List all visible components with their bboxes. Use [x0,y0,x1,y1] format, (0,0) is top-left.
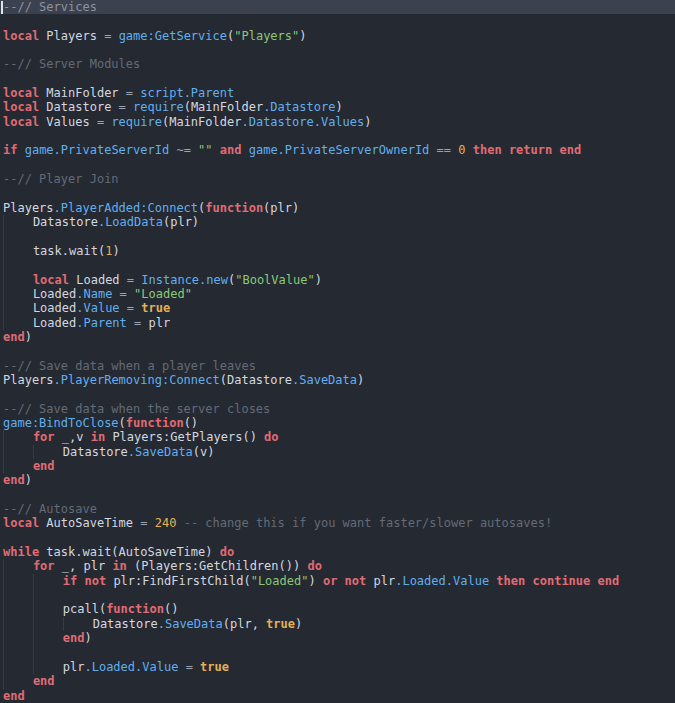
code-token: = [127,301,134,315]
code-line[interactable] [0,344,675,358]
code-token: require [133,100,184,114]
code-token [213,143,220,157]
code-token: true [266,617,295,631]
code-token [17,143,24,157]
code-token: .SaveData [158,617,223,631]
code-token: ) [364,115,371,129]
code-token: "Loaded" [134,287,192,301]
code-token: (plr, [223,617,266,631]
code-line[interactable] [0,72,675,86]
code-line[interactable]: local Datastore = require(MainFolder.Dat… [0,100,675,114]
code-token: ) [25,473,32,487]
code-token: "" [198,143,212,157]
code-line[interactable]: plr.Loaded.Value = true [0,660,675,674]
code-line[interactable]: local Players = game:GetService("Players… [0,29,675,43]
code-token: in [112,559,126,573]
code-line[interactable]: --// Save data when a player leaves [0,359,675,373]
code-line[interactable] [0,43,675,57]
code-token: for [33,430,55,444]
code-line[interactable] [0,158,675,172]
code-token: plr:FindFirstChild( [106,574,251,588]
code-line[interactable]: --// Autosave [0,502,675,516]
code-line[interactable]: local Values = require(MainFolder.Datast… [0,115,675,129]
code-token: end [3,473,25,487]
code-line[interactable]: Datastore.SaveData(plr, true) [0,617,675,631]
code-token [112,287,119,301]
code-token: Datastore [33,215,98,229]
code-line[interactable] [0,258,675,272]
code-line[interactable]: end [0,674,675,688]
code-token [178,660,185,674]
code-line[interactable]: for _,v in Players:GetPlayers() do [0,430,675,444]
code-line[interactable] [0,186,675,200]
code-token: Players:GetPlayers() [105,430,264,444]
code-line[interactable]: --// Save data when the server closes [0,402,675,416]
code-line[interactable]: --// Player Join [0,172,675,186]
code-token: ( [119,416,126,430]
code-line[interactable]: game:BindToClose(function() [0,416,675,430]
code-line[interactable]: if game.PrivateServerId ~= "" and game.P… [0,143,675,157]
code-line[interactable]: local MainFolder = script.Parent [0,86,675,100]
code-token: ) [299,29,306,43]
code-token: true [200,660,229,674]
code-line[interactable]: Loaded.Value = true [0,301,675,315]
code-line[interactable]: Players.PlayerAdded:Connect(function(plr… [0,201,675,215]
code-line[interactable]: Loaded.Parent = plr [0,316,675,330]
code-line[interactable] [0,645,675,659]
code-line[interactable]: end [0,689,675,703]
code-token: -- change this if you want faster/slower… [184,516,552,530]
code-token: end [3,689,25,703]
code-token: Datastore [63,445,128,459]
code-line[interactable]: Players.PlayerRemoving:Connect(Datastore… [0,373,675,387]
code-line[interactable] [0,531,675,545]
code-line[interactable]: Loaded.Name = "Loaded" [0,287,675,301]
code-line[interactable]: end) [0,330,675,344]
code-token: (plr) [263,201,299,215]
code-editor[interactable]: --// Serviceslocal Players = game:GetSer… [0,0,675,703]
code-token: 240 [155,516,177,530]
indent-guide [3,660,33,674]
code-token: if [3,143,17,157]
code-line[interactable]: local AutoSaveTime = 240 -- change this … [0,516,675,530]
code-token: Loaded [33,287,76,301]
code-line[interactable]: while task.wait(AutoSaveTime) do [0,545,675,559]
code-token: = [140,516,147,530]
code-token: = [127,273,134,287]
indent-guide [63,617,93,631]
code-token: AutoSaveTime [39,516,140,530]
code-token: .Datastore [263,100,335,114]
code-line[interactable]: end [0,459,675,473]
code-line[interactable]: if not plr:FindFirstChild("Loaded") or n… [0,574,675,588]
code-line[interactable]: for _, plr in (Players:GetChildren()) do [0,559,675,573]
code-token: task.wait(AutoSaveTime) [39,545,220,559]
code-line[interactable] [0,230,675,244]
code-token [193,660,200,674]
code-token: ~= [176,143,190,157]
code-line[interactable] [0,129,675,143]
code-token: not [345,574,367,588]
code-token: = [126,86,133,100]
code-line[interactable]: --// Server Modules [0,57,675,71]
code-line[interactable]: Datastore.LoadData(plr) [0,215,675,229]
code-token: .LoadData [98,215,163,229]
code-line[interactable] [0,488,675,502]
code-token: ) [25,330,32,344]
code-token: ) [112,244,119,258]
code-token: ) [308,574,322,588]
code-line[interactable] [0,387,675,401]
code-token: --// Save data when the server closes [3,402,270,416]
code-line[interactable]: end) [0,631,675,645]
code-line[interactable]: task.wait(1) [0,244,675,258]
code-token: Loaded [33,301,76,315]
code-token: Players [3,373,54,387]
code-line[interactable]: local Loaded = Instance.new("BoolValue") [0,273,675,287]
code-line[interactable]: end) [0,473,675,487]
code-line[interactable]: Datastore.SaveData(v) [0,445,675,459]
code-line[interactable] [0,588,675,602]
code-line[interactable]: pcall(function() [0,602,675,616]
code-token: do [220,545,234,559]
code-line-current[interactable]: --// Services [0,0,675,14]
code-token: .Value [76,301,119,315]
code-line[interactable] [0,14,675,28]
code-token: (plr) [163,215,199,229]
